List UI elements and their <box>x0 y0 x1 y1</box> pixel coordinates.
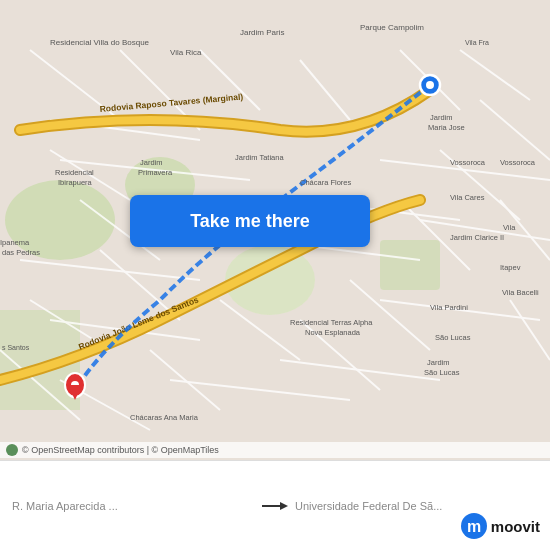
bottom-bar: R. Maria Aparecida ... Universidade Fede… <box>0 460 550 550</box>
svg-text:Vossoroca: Vossoroca <box>450 158 486 167</box>
svg-text:São Lucas: São Lucas <box>435 333 471 342</box>
svg-text:Jardim: Jardim <box>140 158 163 167</box>
map-container: Rodovia Raposo Tavares (Marginal) Rodovi… <box>0 0 550 460</box>
take-me-there-button[interactable]: Take me there <box>130 195 370 247</box>
svg-text:Vossoroca: Vossoroca <box>500 158 536 167</box>
svg-text:Primavera: Primavera <box>138 168 173 177</box>
svg-point-71 <box>426 81 434 89</box>
route-to: Universidade Federal De Sã... <box>295 500 538 512</box>
route-to-label: Universidade Federal De Sã... <box>295 500 442 512</box>
svg-text:m: m <box>467 518 481 535</box>
map-attribution: © OpenStreetMap contributors | © OpenMap… <box>0 442 550 458</box>
svg-text:Jardim Paris: Jardim Paris <box>240 28 284 37</box>
svg-text:Nova Esplanada: Nova Esplanada <box>305 328 361 337</box>
svg-text:Jardim Clarice II: Jardim Clarice II <box>450 233 504 242</box>
svg-text:s Santos: s Santos <box>2 344 30 351</box>
route-from: R. Maria Aparecida ... <box>12 500 255 512</box>
svg-text:Ibirapuera: Ibirapuera <box>58 178 93 187</box>
svg-text:Maria Jose: Maria Jose <box>428 123 465 132</box>
svg-text:Chácaras Ana Maria: Chácaras Ana Maria <box>130 413 199 422</box>
svg-text:São Lucas: São Lucas <box>424 368 460 377</box>
route-arrow <box>255 498 295 514</box>
svg-text:Jardim Tatiana: Jardim Tatiana <box>235 153 284 162</box>
osm-icon <box>6 444 18 456</box>
arrow-icon <box>260 498 290 514</box>
svg-text:Residencial Terras Alpha: Residencial Terras Alpha <box>290 318 373 327</box>
svg-text:Vila Fra: Vila Fra <box>465 39 489 46</box>
svg-text:Vila Bacelli: Vila Bacelli <box>502 288 539 297</box>
svg-text:Chácara Flores: Chácara Flores <box>300 178 352 187</box>
svg-text:Vila Cares: Vila Cares <box>450 193 485 202</box>
svg-text:Vila Pardini: Vila Pardini <box>430 303 468 312</box>
svg-marker-76 <box>280 502 288 510</box>
svg-text:Ipanema: Ipanema <box>0 238 30 247</box>
svg-text:Residencial: Residencial <box>55 168 94 177</box>
moovit-brand-text: moovit <box>491 518 540 535</box>
svg-rect-4 <box>380 240 440 290</box>
svg-text:das Pedras: das Pedras <box>2 248 40 257</box>
svg-text:Jardim: Jardim <box>430 113 453 122</box>
route-from-label: R. Maria Aparecida ... <box>12 500 118 512</box>
moovit-logo: m moovit <box>460 512 540 540</box>
svg-text:Itapev: Itapev <box>500 263 521 272</box>
svg-text:Vila Rica: Vila Rica <box>170 48 202 57</box>
svg-text:Parque Campolim: Parque Campolim <box>360 23 424 32</box>
moovit-icon: m <box>460 512 488 540</box>
svg-text:Residencial Villa do Bosque: Residencial Villa do Bosque <box>50 38 150 47</box>
attribution-text: © OpenStreetMap contributors | © OpenMap… <box>22 445 219 455</box>
svg-text:Jardim: Jardim <box>427 358 450 367</box>
svg-text:Vila: Vila <box>503 223 516 232</box>
